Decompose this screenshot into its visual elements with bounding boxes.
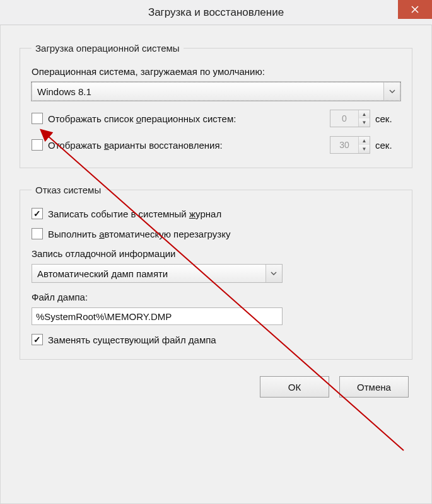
dump-file-value: %SystemRoot%\MEMORY.DMP	[36, 311, 172, 322]
default-os-value: Windows 8.1	[37, 86, 91, 97]
failure-group: Отказ системы Записать событие в системн…	[20, 185, 412, 360]
sec-suffix: сек.	[375, 113, 400, 124]
sec-suffix: сек.	[375, 140, 400, 151]
chevron-down-icon: ▼	[359, 145, 370, 153]
button-bar: ОК Отмена	[20, 376, 412, 398]
overwrite-dump-label: Заменять существующий файл дампа	[48, 335, 400, 345]
show-os-list-label: Отображать список операционных систем:	[48, 113, 325, 124]
recovery-timeout-spinner[interactable]: 30 ▲▼	[330, 136, 370, 154]
debug-info-value: Автоматический дамп памяти	[37, 268, 168, 279]
titlebar: Загрузка и восстановление	[0, 0, 432, 25]
chevron-down-icon: ▼	[359, 118, 370, 127]
cancel-button[interactable]: Отмена	[339, 376, 409, 398]
show-recovery-label: Отображать варианты восстановления:	[48, 140, 325, 151]
debug-info-combo[interactable]: Автоматический дамп памяти	[32, 264, 283, 283]
default-os-label: Операционная система, загружаемая по умо…	[32, 66, 400, 77]
chevron-down-icon	[383, 83, 400, 100]
dump-file-label: Файл дампа:	[32, 292, 400, 302]
dump-file-input[interactable]: %SystemRoot%\MEMORY.DMP	[32, 307, 283, 325]
startup-group: Загрузка операционной системы Операционн…	[20, 43, 412, 168]
os-list-timeout-spinner[interactable]: 0 ▲▼	[330, 110, 370, 127]
close-button[interactable]	[398, 0, 432, 19]
failure-legend: Отказ системы	[32, 185, 105, 195]
window-title: Загрузка и восстановление	[148, 6, 284, 19]
debug-info-label: Запись отладочной информации	[32, 248, 400, 259]
dialog-body: Загрузка операционной системы Операционн…	[0, 25, 432, 504]
overwrite-dump-checkbox[interactable]	[32, 334, 43, 345]
chevron-up-icon: ▲	[359, 110, 370, 118]
chevron-up-icon: ▲	[359, 137, 370, 145]
log-event-label: Записать событие в системный журнал	[48, 209, 400, 219]
show-os-list-checkbox[interactable]	[32, 113, 43, 124]
auto-restart-checkbox[interactable]	[32, 228, 43, 239]
chevron-down-icon	[266, 265, 282, 282]
recovery-timeout-value: 30	[330, 137, 358, 153]
close-icon	[411, 6, 419, 13]
os-list-timeout-value: 0	[330, 110, 358, 127]
auto-restart-label: Выполнить автоматическую перезагрузку	[48, 229, 400, 239]
log-event-checkbox[interactable]	[32, 208, 43, 219]
show-recovery-checkbox[interactable]	[32, 139, 43, 151]
startup-legend: Загрузка операционной системы	[32, 43, 184, 54]
default-os-combo[interactable]: Windows 8.1	[32, 82, 400, 101]
ok-button[interactable]: ОК	[260, 376, 329, 398]
